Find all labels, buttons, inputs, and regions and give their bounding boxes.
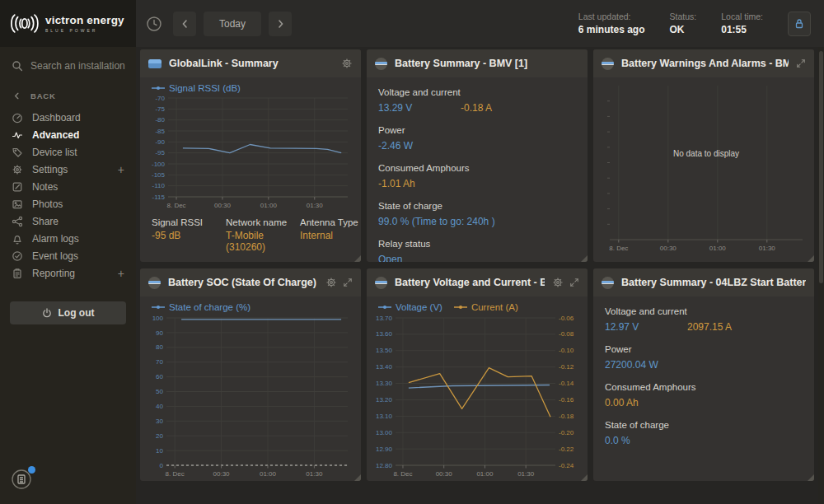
legend-entry[interactable]: Signal RSSI (dB) [152,83,241,93]
gear-icon[interactable] [552,277,564,288]
legend-label: Signal RSSI (dB) [169,83,241,93]
search-input[interactable] [30,60,128,72]
last-updated: Last updated: 6 minutes ago [578,12,645,35]
prev-period-button[interactable] [173,12,196,36]
svg-text:0: 0 [160,462,164,469]
dashboard-grid: GlobalLink - Summary Signal RSSI (dB) -7… [140,49,817,481]
sidebar-item-device-list[interactable]: Device list [0,143,136,161]
victron-logo-icon [8,12,40,35]
sidebar-item-photos[interactable]: Photos [0,195,136,212]
card-header[interactable]: Battery Summary - 04LBZ Start Battery... [593,268,814,296]
status-label: Status: [670,12,697,21]
card-title: GlobalLink - Summary [169,58,334,69]
sidebar-item-alarm-logs[interactable]: Alarm logs [0,230,136,247]
lock-icon [793,17,806,30]
installation-search[interactable] [0,47,136,80]
gear-icon[interactable] [341,58,353,69]
rssi-chart[interactable]: -70-75-80-85-90-95-100-105-110-1158. Dec… [145,94,361,211]
resize-grip[interactable] [808,474,814,481]
stat-value: 0.0 % [605,435,687,446]
stat-value: 12.97 V [605,321,687,333]
logout-button[interactable]: Log out [10,301,126,324]
svg-text:00:30: 00:30 [214,202,232,209]
lock-layout-button[interactable] [788,12,811,36]
legend-entry[interactable]: Current (A) [454,302,518,312]
legend-entry[interactable]: State of charge (%) [152,302,250,312]
back-label: BACK [30,91,56,100]
plus-icon[interactable]: + [118,163,124,176]
sidebar-item-label: Alarm logs [32,233,79,245]
stat-value: Open [378,254,461,262]
topbar: Today Last updated: 6 minutes ago Status… [136,0,824,47]
sidebar-item-event-logs[interactable]: Event logs [0,247,136,264]
svg-text:01:00: 01:00 [476,470,494,478]
brand-logo[interactable]: victron energy BLUE POWER [0,0,136,47]
card-header[interactable]: GlobalLink - Summary [140,49,361,77]
chart-legend: Voltage (V)Current (A) [367,296,588,313]
sidebar-item-settings[interactable]: Settings+ [0,161,136,178]
bmv-device-icon [602,277,614,289]
stat-label: Power [605,344,803,354]
scrollbar-track[interactable] [818,47,824,504]
clockcheck-icon [12,250,23,262]
card-header[interactable]: Battery Summary - BMV [1] [367,49,588,77]
sidebar-nav: DashboardAdvancedDevice listSettings+Not… [0,109,136,282]
svg-text:30: 30 [156,418,163,425]
plus-icon[interactable]: + [118,267,124,280]
resize-grip[interactable] [354,474,361,481]
card-header[interactable]: Battery SOC (State Of Charge) - BM... [140,268,361,296]
brand-name: victron energy [45,14,124,26]
legend-entry[interactable]: Voltage (V) [378,302,442,312]
svg-text:01:00: 01:00 [709,245,727,252]
whats-new-button[interactable] [10,468,35,492]
expand-icon[interactable] [569,278,579,287]
logout-label: Log out [59,307,95,319]
card-header[interactable]: Battery Warnings And Alarms - BMV... [593,49,814,77]
stat-value: 13.29 V [378,102,461,114]
svg-text:8. Dec: 8. Dec [166,470,185,478]
status-value: OK [670,24,697,35]
resize-grip[interactable] [581,255,588,262]
svg-text:50: 50 [156,388,163,395]
globallink-stats: Signal RSSI-95 dBNetwork nameT-Mobile (3… [140,211,361,253]
soc-chart[interactable]: 10090807060504030201008. Dec00:3001:0001… [145,313,361,479]
next-period-button[interactable] [269,12,292,36]
svg-text:13.10: 13.10 [376,413,393,420]
resize-grip[interactable] [808,255,814,262]
battery-summary-rows: Voltage and current12.97 V2097.15 APower… [593,296,814,468]
stat-value: Internal [300,230,361,241]
sidebar-item-notes[interactable]: Notes [0,178,136,195]
globallink-stat: Signal RSSI-95 dB [152,217,218,253]
warnings-chart[interactable]: 8. Dec00:3001:0001:30No data to display [598,82,814,254]
svg-text:90: 90 [156,329,163,337]
resize-grip[interactable] [581,474,588,481]
today-button[interactable]: Today [204,12,261,36]
card-battery-warnings: Battery Warnings And Alarms - BMV... 8. … [593,49,814,262]
voltage-current-chart[interactable]: 13.7013.6013.5013.4013.3013.2013.1013.00… [368,313,588,479]
expand-icon[interactable] [343,278,353,287]
sidebar-item-share[interactable]: Share [0,212,136,230]
sidebar-item-advanced[interactable]: Advanced [0,126,136,143]
realtime-clock-icon[interactable] [146,16,162,32]
expand-icon[interactable] [796,58,806,68]
stat-value: 0.00 Ah [605,397,687,408]
stat-value: T-Mobile (310260) [226,230,292,253]
card-header[interactable]: Battery Voltage and Current - BMV [1] [367,268,588,296]
gear-icon[interactable] [325,277,337,288]
svg-text:01:00: 01:00 [260,202,278,209]
svg-text:-0.24: -0.24 [559,462,574,469]
svg-text:00:30: 00:30 [660,245,677,252]
svg-text:01:30: 01:30 [306,470,323,478]
sidebar-item-dashboard[interactable]: Dashboard [0,109,136,126]
note-icon [12,181,23,193]
back-button[interactable]: BACK [0,80,136,109]
resize-grip[interactable] [354,255,361,262]
stat-label: State of charge [378,201,576,211]
card-battery-summary-04lbz: Battery Summary - 04LBZ Start Battery...… [593,268,814,481]
svg-text:-115: -115 [152,194,166,201]
card-title: Battery SOC (State Of Charge) - BM... [168,277,318,288]
sidebar-item-reporting[interactable]: Reporting+ [0,264,136,282]
scrollbar-thumb[interactable] [819,51,823,283]
local-time-label: Local time: [721,12,763,21]
tag-icon [12,147,23,158]
